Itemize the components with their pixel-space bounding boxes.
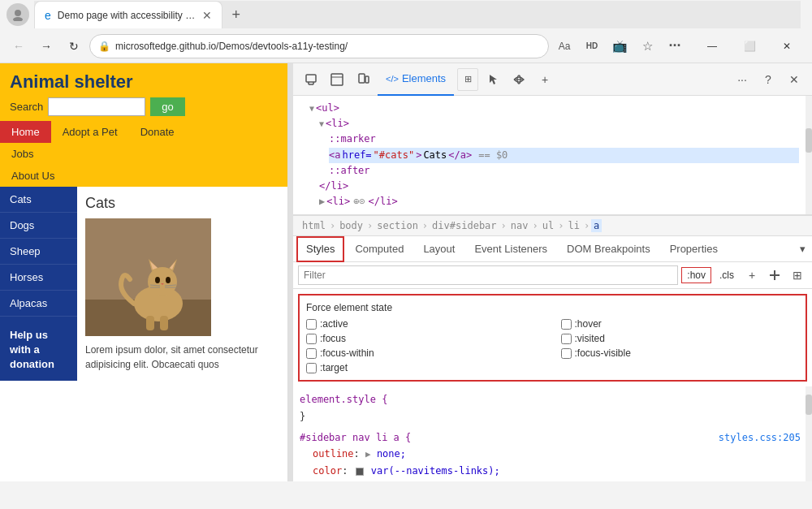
hd-icon[interactable]: HD — [580, 34, 604, 58]
nav-donate[interactable]: Donate — [129, 121, 186, 143]
checkbox-visited[interactable]: :visited — [561, 333, 800, 344]
checkbox-hover[interactable]: :hover — [561, 318, 800, 330]
sidebar-item-alpacas[interactable]: Alpacas — [0, 291, 77, 317]
styles-panel: Styles Computed Layout Event Listeners D… — [293, 236, 812, 481]
more-devtools-icon[interactable]: + — [533, 68, 556, 91]
breadcrumb-li[interactable]: li — [565, 219, 581, 232]
go-button[interactable]: go — [150, 97, 184, 116]
focus-visible-label: :focus-visible — [575, 347, 631, 359]
checkbox-focus-visible[interactable]: :focus-visible — [561, 347, 800, 359]
hover-label: :hover — [575, 318, 602, 330]
cast-icon[interactable]: 📺 — [607, 34, 632, 58]
favorites-icon[interactable]: ☆ — [635, 34, 659, 58]
add-rule-icon[interactable]: + — [742, 265, 762, 285]
hov-button[interactable]: :hov — [681, 267, 711, 283]
styles-scrollbar-thumb[interactable] — [806, 395, 812, 415]
html-line: ▼ <ul> — [309, 101, 799, 116]
new-property-icon[interactable] — [765, 265, 784, 285]
breadcrumb-html[interactable]: html — [300, 219, 328, 232]
restore-button[interactable]: ⬜ — [731, 34, 768, 58]
sidebar-item-cats[interactable]: Cats — [0, 187, 77, 213]
refresh-button[interactable]: ↻ — [62, 34, 86, 58]
read-aloud-icon[interactable]: Aa — [552, 34, 577, 58]
focus-within-label: :focus-within — [320, 347, 374, 359]
nav-jobs[interactable]: Jobs — [0, 143, 287, 165]
cls-button[interactable]: .cls — [715, 268, 739, 283]
svg-point-1 — [13, 17, 23, 21]
a-open-tag: <a — [329, 148, 340, 163]
selected-html-line[interactable]: <a href="#cats" > Cats </a> == $0 — [329, 148, 799, 163]
content-title: Cats — [85, 195, 279, 212]
elements-tab[interactable]: </> Elements — [378, 63, 454, 96]
sidebar-item-sheep[interactable]: Sheep — [0, 239, 77, 265]
breadcrumb-a[interactable]: a — [591, 219, 602, 232]
devtools-device-icon[interactable] — [352, 68, 374, 91]
devtools-body: ▲ ▼ <ul> ▼ <li> ::marker <a href="#cats"… — [293, 96, 812, 481]
tab-close-button[interactable]: ✕ — [202, 9, 212, 22]
active-tab[interactable]: e Demo page with accessibility issu ✕ — [34, 1, 222, 28]
force-state-box: Force element state :active :hover :focu… — [298, 294, 807, 382]
styles-tab-properties[interactable]: Properties — [661, 236, 727, 262]
demo-header: Animal shelter Search go — [0, 63, 287, 121]
new-tab-button[interactable]: + — [222, 1, 250, 28]
search-input[interactable] — [48, 97, 145, 116]
minimize-button[interactable]: — — [693, 34, 731, 58]
a-end-tag: </a> — [448, 148, 472, 163]
html-tree: ▲ ▼ <ul> ▼ <li> ::marker <a href="#cats"… — [293, 96, 812, 215]
devtools-more-icon[interactable]: ··· — [731, 68, 754, 91]
sidebar-item-dogs[interactable]: Dogs — [0, 213, 77, 239]
breadcrumb-nav[interactable]: nav — [508, 219, 531, 232]
styles-tab-label: Styles — [306, 243, 335, 255]
styles-scrollbar-track — [806, 386, 812, 481]
checkbox-target[interactable]: :target — [306, 362, 545, 373]
event-listeners-label: Event Listeners — [474, 243, 547, 255]
devtools-close-icon[interactable]: ✕ — [783, 68, 806, 91]
nav-about[interactable]: About Us — [0, 165, 66, 187]
styles-filter-row: :hov .cls + ⊞ — [293, 262, 812, 289]
console-icon[interactable]: ⊞ — [457, 68, 478, 91]
svg-point-5 — [148, 267, 177, 296]
breadcrumb-ul[interactable]: ul — [540, 219, 556, 232]
svg-rect-18 — [160, 316, 168, 330]
visited-label: :visited — [575, 333, 605, 344]
checkbox-focus-within[interactable]: :focus-within — [306, 347, 545, 359]
styles-tab-event-listeners[interactable]: Event Listeners — [465, 236, 556, 262]
checkbox-focus[interactable]: :focus — [306, 333, 545, 344]
more-button[interactable]: ··· — [663, 34, 687, 58]
styles-tabs-more[interactable]: ▾ — [797, 243, 809, 255]
forward-button[interactable]: → — [34, 34, 58, 58]
devtools-help-icon[interactable]: ? — [757, 68, 780, 91]
styles-link[interactable]: styles.css:205 — [719, 429, 801, 446]
html-scrollbar-thumb[interactable] — [806, 128, 812, 153]
styles-tabs-row: Styles Computed Layout Event Listeners D… — [293, 236, 812, 262]
styles-filter-input[interactable] — [298, 265, 678, 285]
styles-tab-computed[interactable]: Computed — [346, 236, 412, 262]
nav-adopt[interactable]: Adopt a Pet — [51, 121, 129, 143]
breadcrumb-section[interactable]: section — [374, 219, 421, 232]
network-icon[interactable] — [508, 68, 530, 91]
sidebar-item-horses[interactable]: Horses — [0, 265, 77, 291]
nav-home[interactable]: Home — [0, 121, 51, 143]
elements-tag-icon: </> — [386, 74, 399, 84]
back-button[interactable]: ← — [6, 34, 31, 58]
address-bar[interactable]: 🔒 microsoftedge.github.io/Demos/devtools… — [89, 34, 549, 58]
styles-cursor-icon[interactable] — [482, 68, 504, 91]
breadcrumb-body[interactable]: body — [337, 219, 365, 232]
styles-tab-styles[interactable]: Styles — [296, 236, 344, 262]
devtools-pointer-icon[interactable] — [300, 68, 322, 91]
html-line: ::marker — [329, 132, 799, 147]
close-button[interactable]: ✕ — [768, 34, 806, 58]
after-pseudo: ::after — [329, 163, 370, 179]
refresh-styles-icon[interactable]: ⊞ — [788, 265, 807, 285]
devtools-toolbar: </> Elements ⊞ + ··· ? ✕ — [293, 63, 812, 96]
devtools-inspect-icon[interactable] — [326, 68, 348, 91]
styles-tab-layout[interactable]: Layout — [414, 236, 464, 262]
styles-tab-dom-breakpoints[interactable]: DOM Breakpoints — [558, 236, 659, 262]
breadcrumb-bar: html › body › section › div#sidebar › na… — [293, 215, 812, 236]
li-close-tag: </li> — [319, 179, 348, 194]
link-text: Cats — [423, 148, 447, 163]
breadcrumb-div-sidebar[interactable]: div#sidebar — [430, 219, 499, 232]
search-label: Search — [10, 101, 43, 113]
profile-avatar[interactable] — [6, 3, 29, 26]
checkbox-active[interactable]: :active — [306, 318, 545, 330]
